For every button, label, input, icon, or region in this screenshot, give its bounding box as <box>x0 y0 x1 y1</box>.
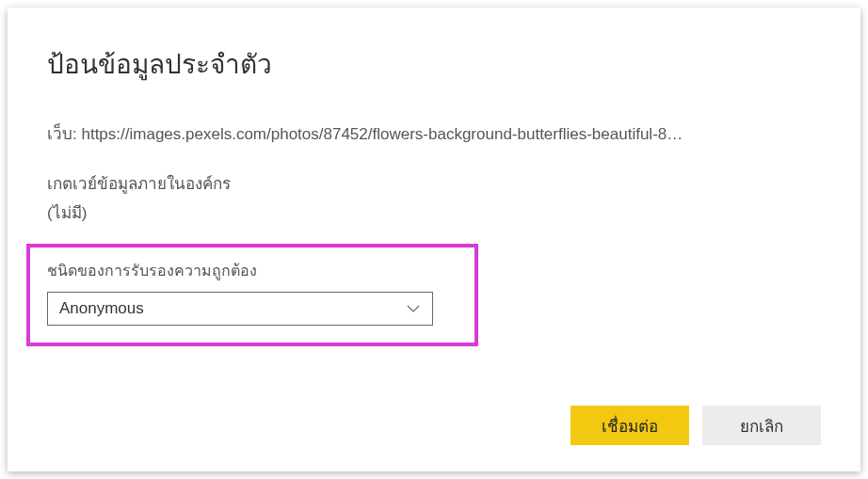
web-url-line: เว็บ: https://images.pexels.com/photos/8… <box>47 120 821 146</box>
gateway-value: (ไม่มี) <box>47 200 821 225</box>
dialog-button-row: เชื่อมต่อ ยกเลิก <box>571 406 821 445</box>
auth-type-select[interactable]: Anonymous <box>47 292 433 326</box>
auth-type-selected-value: Anonymous <box>59 299 406 318</box>
auth-type-label: ชนิดของการรับรองความถูกต้อง <box>47 259 458 282</box>
chevron-down-icon <box>406 301 421 316</box>
gateway-label: เกตเวย์ข้อมูลภายในองค์กร <box>47 170 821 196</box>
auth-highlight-box: ชนิดของการรับรองความถูกต้อง Anonymous <box>26 244 478 346</box>
dialog-title: ป้อนข้อมูลประจำตัว <box>47 43 821 85</box>
web-prefix-label: เว็บ: <box>47 125 77 143</box>
web-url-value: https://images.pexels.com/photos/87452/f… <box>81 125 683 143</box>
credentials-dialog: ป้อนข้อมูลประจำตัว เว็บ: https://images.… <box>8 8 860 471</box>
cancel-button[interactable]: ยกเลิก <box>702 406 821 445</box>
connect-button[interactable]: เชื่อมต่อ <box>571 406 689 445</box>
